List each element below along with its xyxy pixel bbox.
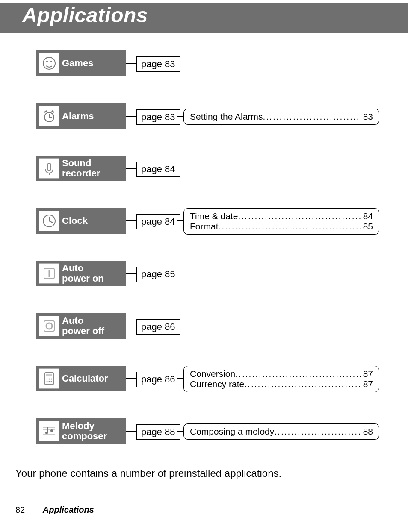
toc-dots [274,426,361,437]
title-band: Applications [0,3,408,33]
svg-point-19 [47,379,48,380]
connector [126,326,137,326]
app-label: Calculator [62,373,108,384]
toc-label: Format [190,221,219,232]
sound-recorder-icon [39,158,59,179]
toc-label: Currency rate [190,379,244,389]
sub-box: Setting the Alarms 83 [183,109,379,125]
app-label: Auto power on [62,263,104,284]
svg-rect-18 [46,374,52,376]
svg-point-20 [49,379,50,380]
page-ref-box: page 88 [136,424,180,440]
page-title: Applications [22,3,148,27]
toc-line: Setting the Alarms 83 [190,112,373,122]
toc-page: 83 [361,112,373,122]
sub-box: Conversion 87 Currency rate 87 [183,366,379,392]
svg-point-2 [50,61,52,62]
toc-dots [244,379,361,389]
app-tile-auto-power-off: Auto power off [36,313,126,339]
app-tile-alarms: Alarms [36,103,126,129]
connector [126,431,137,432]
toc-line: Conversion 87 [190,369,373,379]
sub-box: Time & date 84 Format 85 [183,208,379,235]
app-tile-calculator: Calculator [36,366,126,391]
alarms-icon [39,106,59,126]
page-ref-box: page 84 [136,214,180,229]
svg-point-21 [51,379,52,380]
toc-label: Time & date [190,211,238,221]
toc-dots [219,221,361,232]
page: Applications Games page 83 Alarms page 8… [0,0,408,532]
toc-page: 87 [361,379,373,389]
melody-composer-icon [39,421,59,441]
svg-line-6 [44,111,47,112]
page-ref-box: page 83 [136,56,180,72]
app-label: Clock [62,216,88,226]
auto-power-on-icon [39,263,59,284]
footer: 82 Applications [15,505,94,515]
toc-dots [238,211,361,221]
page-ref-box: page 86 [136,372,180,387]
svg-point-24 [51,381,52,382]
svg-point-1 [46,61,48,62]
connector [126,273,137,274]
toc-dots [263,112,361,122]
app-label: Melody composer [62,421,107,441]
connector [126,116,137,117]
toc-label: Composing a melody [190,426,274,437]
toc-label: Setting the Alarms [190,112,263,122]
app-label: Sound recorder [62,158,100,179]
svg-line-7 [52,111,54,112]
body-text: Your phone contains a number of preinsta… [15,467,281,479]
clock-icon [39,211,59,231]
svg-point-16 [46,323,52,329]
toc-page: 84 [361,211,373,221]
sub-box: Composing a melody 88 [183,423,379,440]
toc-page: 88 [361,426,373,437]
svg-point-22 [47,381,48,382]
page-ref-box: page 84 [136,162,180,177]
svg-point-23 [49,381,50,382]
page-ref-box: page 83 [136,109,180,125]
games-icon [39,53,59,73]
footer-page-number: 82 [15,505,25,514]
auto-power-off-icon [39,316,59,336]
footer-chapter: Applications [43,505,94,514]
page-ref-box: page 85 [136,267,180,282]
calculator-icon [39,368,59,389]
app-tile-melody-composer: Melody composer [36,418,126,444]
toc-line: Time & date 84 [190,211,373,221]
toc-label: Conversion [190,369,235,379]
toc-page: 85 [361,221,373,232]
page-ref-box: page 86 [136,319,180,335]
app-label: Games [62,58,93,68]
connector [126,168,137,169]
app-tile-sound-recorder: Sound recorder [36,156,126,181]
svg-rect-8 [47,163,51,171]
toc-page: 87 [361,369,373,379]
app-label: Alarms [62,111,94,121]
toc-dots [235,369,361,379]
app-label: Auto power off [62,316,104,336]
app-tile-auto-power-on: Auto power on [36,261,126,286]
connector [126,220,137,221]
app-tile-games: Games [36,50,126,76]
toc-line: Composing a melody 88 [190,426,373,437]
app-tile-clock: Clock [36,208,126,234]
toc-line: Currency rate 87 [190,379,373,389]
connector [126,378,137,379]
connector [126,63,137,64]
svg-line-12 [49,221,53,223]
toc-line: Format 85 [190,221,373,232]
